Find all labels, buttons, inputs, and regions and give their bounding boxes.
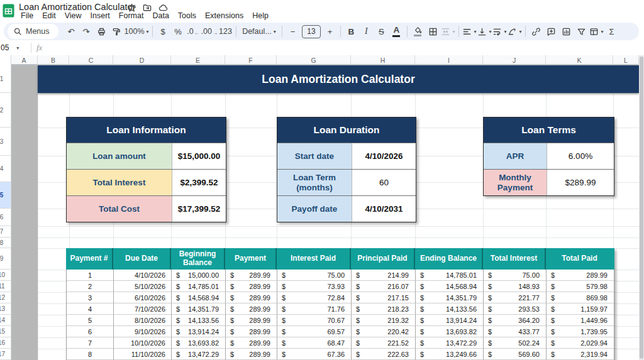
info-box-title[interactable]: Loan Information xyxy=(67,117,226,143)
zoom-select[interactable]: 100% xyxy=(125,24,149,39)
column-header-i[interactable]: I xyxy=(415,55,483,65)
info-value-cell[interactable]: $17,399.52 xyxy=(172,196,226,222)
table-header-2[interactable]: Beginning Balance xyxy=(171,248,225,270)
info-label-cell[interactable]: Loan amount xyxy=(67,143,172,169)
menu-tools[interactable]: Tools xyxy=(174,11,201,21)
menu-edit[interactable]: Edit xyxy=(38,11,60,21)
font-family-select[interactable]: Defaul... xyxy=(240,24,279,39)
table-cell[interactable]: $13,914.24 xyxy=(172,326,226,337)
table-cell[interactable]: $15,000.00 xyxy=(172,270,226,281)
table-cell[interactable]: $569.60 xyxy=(484,349,547,360)
table-cell[interactable]: 4/10/2026 xyxy=(114,270,172,281)
table-cell[interactable]: $75.00 xyxy=(484,270,547,281)
functions-button[interactable]: Σ xyxy=(604,24,619,39)
table-cell[interactable]: $1,739.95 xyxy=(547,326,614,337)
sheet-banner-title[interactable]: Loan Amortization Calculator xyxy=(38,65,639,93)
search-menus-button[interactable]: Menus xyxy=(8,24,58,39)
text-wrap-button[interactable] xyxy=(492,24,507,39)
table-cell[interactable]: 9/10/2026 xyxy=(114,326,172,337)
table-cell[interactable]: $13,914.24 xyxy=(416,315,484,326)
table-cell[interactable]: $13,249.66 xyxy=(416,349,484,360)
table-cell[interactable]: $217.15 xyxy=(352,292,416,303)
table-cell[interactable]: $220.42 xyxy=(352,326,416,337)
paint-format-button[interactable] xyxy=(109,24,124,39)
row-header-16[interactable]: 16 xyxy=(0,337,11,349)
vertical-scrollbar[interactable] xyxy=(639,55,644,360)
horizontal-align-button[interactable] xyxy=(462,24,477,39)
info-label-cell[interactable]: Loan Term (months) xyxy=(277,170,352,195)
table-cell[interactable]: $13,472.29 xyxy=(172,349,226,360)
table-cell[interactable]: $216.07 xyxy=(352,281,416,292)
table-cell[interactable]: $14,133.56 xyxy=(172,315,226,326)
table-cell[interactable]: 4 xyxy=(67,303,114,315)
table-cell[interactable]: $148.93 xyxy=(484,281,547,292)
info-label-cell[interactable]: Total Cost xyxy=(67,196,172,222)
table-cell[interactable]: 6 xyxy=(67,326,114,337)
table-cell[interactable]: 7 xyxy=(67,337,114,349)
table-cell[interactable]: $1,449.96 xyxy=(547,315,614,326)
table-cell[interactable]: $2,319.94 xyxy=(547,349,614,360)
italic-button[interactable]: I xyxy=(359,24,374,39)
table-header-3[interactable]: Payment xyxy=(225,248,277,270)
table-cell[interactable]: $289.99 xyxy=(547,270,614,281)
row-header-2[interactable]: 2 xyxy=(0,93,11,128)
table-cell[interactable]: $289.99 xyxy=(226,303,277,315)
row-header-9[interactable]: 9 xyxy=(0,248,11,270)
table-cell[interactable]: $14,785.01 xyxy=(416,270,484,281)
name-box-dropdown-icon[interactable]: ▾ xyxy=(16,45,19,51)
table-cell[interactable]: 8 xyxy=(67,349,114,360)
row-header-3[interactable]: 3 xyxy=(0,128,11,156)
redo-button[interactable]: ↷ xyxy=(79,24,94,39)
row-header-5[interactable]: 5 xyxy=(0,182,11,209)
info-box-title[interactable]: Loan Duration xyxy=(277,117,416,143)
info-label-cell[interactable]: APR xyxy=(484,143,547,169)
table-cell[interactable]: 10/10/2026 xyxy=(114,337,172,349)
row-header-14[interactable]: 14 xyxy=(0,315,11,326)
table-cell[interactable]: $2,029.94 xyxy=(547,337,614,349)
table-cell[interactable]: $14,133.56 xyxy=(416,303,484,315)
table-cell[interactable]: $71.76 xyxy=(277,303,352,315)
table-header-5[interactable]: Principal Paid xyxy=(351,248,415,270)
insert-chart-button[interactable] xyxy=(559,24,574,39)
table-cell[interactable]: $73.93 xyxy=(277,281,352,292)
insert-comment-button[interactable] xyxy=(544,24,558,39)
merge-cells-button[interactable] xyxy=(441,24,455,39)
info-label-cell[interactable]: Start date xyxy=(277,143,352,169)
table-cell[interactable]: $68.47 xyxy=(277,337,352,349)
column-header-b[interactable]: B xyxy=(38,55,69,65)
column-header-h[interactable]: H xyxy=(351,55,415,65)
table-cell[interactable]: $13,472.29 xyxy=(416,337,484,349)
table-cell[interactable]: $502.24 xyxy=(484,337,547,349)
table-cell[interactable]: $14,568.94 xyxy=(172,292,226,303)
table-cell[interactable]: $289.99 xyxy=(226,349,277,360)
table-cell[interactable]: $218.23 xyxy=(352,303,416,315)
row-header-12[interactable]: 12 xyxy=(0,292,11,303)
table-cell[interactable]: $289.99 xyxy=(226,315,277,326)
table-cell[interactable]: $14,351.79 xyxy=(172,303,226,315)
info-label-cell[interactable]: Monthly Payment xyxy=(484,170,547,195)
table-header-6[interactable]: Ending Balance xyxy=(415,248,483,270)
info-value-cell[interactable]: 4/10/2026 xyxy=(352,143,416,169)
decrease-font-size-button[interactable]: − xyxy=(286,24,300,39)
table-cell[interactable]: 3 xyxy=(67,292,114,303)
table-cell[interactable]: $364.20 xyxy=(484,315,547,326)
table-cell[interactable]: $1,159.97 xyxy=(547,303,614,315)
table-cell[interactable]: $293.53 xyxy=(484,303,547,315)
vertical-align-button[interactable] xyxy=(477,24,492,39)
table-cell[interactable]: $75.00 xyxy=(277,270,352,281)
table-header-1[interactable]: Due Date xyxy=(113,248,171,270)
font-size-input[interactable]: 13 xyxy=(302,25,321,38)
spreadsheet-grid[interactable]: Loan Amortization Calculator Loan Inform… xyxy=(0,55,644,360)
info-value-cell[interactable]: 60 xyxy=(352,170,416,195)
info-label-cell[interactable]: Total Interest xyxy=(67,170,172,195)
row-header-4[interactable]: 4 xyxy=(0,156,11,182)
row-header-13[interactable]: 13 xyxy=(0,303,11,315)
table-cell[interactable]: $289.99 xyxy=(226,292,277,303)
format-percent-button[interactable]: % xyxy=(171,24,186,39)
column-a-fill[interactable] xyxy=(11,65,38,360)
info-value-cell[interactable]: $2,399.52 xyxy=(172,170,226,195)
undo-button[interactable]: ↶ xyxy=(64,24,79,39)
row-header-11[interactable]: 11 xyxy=(0,281,11,292)
table-cell[interactable]: $69.57 xyxy=(277,326,352,337)
table-cell[interactable]: $70.67 xyxy=(277,315,352,326)
